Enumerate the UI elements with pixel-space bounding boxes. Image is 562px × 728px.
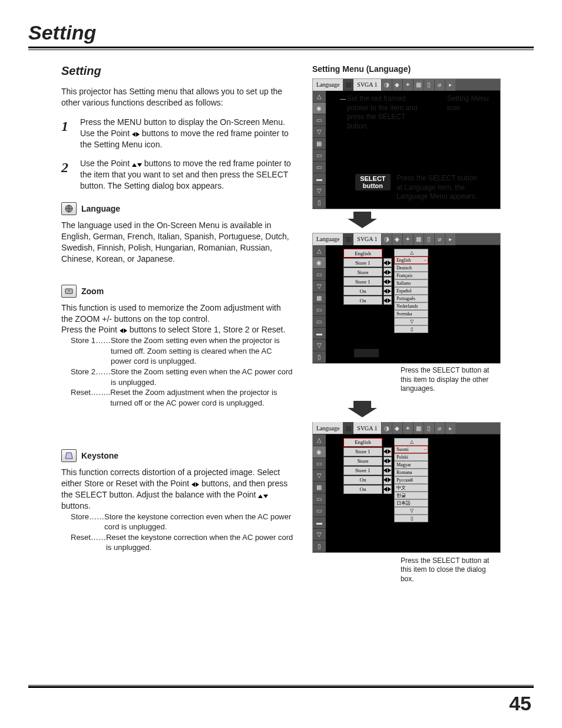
item-store: Store [343, 457, 382, 466]
keystone-icon [61, 449, 77, 462]
zoom-definitions: Store 1……Store the Zoom setting even whe… [61, 335, 295, 408]
menu-topbar-icons: ◑◆✦▦▯⌀▸ [381, 422, 455, 434]
step-2-text: Use the Point buttons to move the red fr… [80, 158, 295, 192]
side-icon-up: △ [313, 91, 326, 103]
side-icon: ▦ [313, 138, 326, 150]
language-popup-2: △ Suomi← Polski Magyar Romana Русский 中文… [394, 438, 428, 522]
callout-line [340, 99, 346, 100]
menu-topbar-icons: ◑◆✦▦▯⌀▸ [381, 79, 455, 91]
setting-items-3: English Store 1 Store Store 1 On On [343, 438, 392, 495]
annot-press-select-language: Press the SELECT button at Language item… [396, 174, 485, 202]
bottom-rule-thin [28, 685, 534, 686]
item-lr-arrows [384, 485, 392, 494]
lang-popup-down: ▽ [394, 318, 428, 325]
svg-text:+: + [68, 289, 70, 293]
item-on2: On [343, 296, 382, 305]
annot-set-pointer: Set the red framed pointer to the item a… [347, 94, 422, 131]
feature-zoom: + Zoom This function is used to memorize… [61, 285, 295, 409]
language-label: Language [81, 204, 120, 213]
svg-marker-4 [348, 212, 377, 228]
dark-area-1: Set the red framed pointer to the item a… [326, 91, 500, 209]
point-ud-icon [132, 163, 142, 167]
point-lr-icon [132, 132, 140, 137]
menu-panel-3: Language ▧ SVGA 1 ◑◆✦▦▯⌀▸ △◉▭▽▦▭▭▬▽▯ Eng… [312, 422, 501, 553]
keystone-definitions: Store……Store the keystone correction eve… [61, 512, 295, 553]
lang-polski: Polski [394, 453, 428, 461]
top-rule-thin [28, 50, 534, 50]
lang-popup-up: △ [394, 438, 428, 446]
svg-marker-5 [348, 401, 377, 417]
panel-3: Language ▧ SVGA 1 ◑◆✦▦▯⌀▸ △◉▭▽▦▭▭▬▽▯ Eng… [312, 422, 534, 553]
menu-gap-icon: ▧ [343, 79, 353, 91]
annot-other-languages: Press the SELECT button at this item to … [401, 366, 495, 394]
lang-japanese: 日本語 [394, 499, 428, 507]
topbar-icon: ✦ [402, 79, 413, 91]
right-col-title: Setting Menu (Language) [312, 64, 534, 74]
item-store: Store [343, 268, 382, 276]
lang-italiano: Italiano [394, 279, 428, 287]
side-icon: ▭ [313, 162, 326, 173]
select-button-graphic: SELECTbutton [355, 174, 391, 190]
topbar-icon: ◆ [392, 79, 402, 91]
step-1-text: Press the MENU button to display the On-… [80, 117, 295, 150]
side-icon-exit: ▯ [313, 197, 326, 209]
big-arrow-down-1 [348, 212, 377, 228]
side-icon: ▬ [313, 173, 326, 185]
side-icon: ▭ [313, 150, 326, 162]
language-popup-1: △ English← Deutsch Français Italiano Esp… [394, 249, 428, 333]
lang-popup-exit: ▯ [394, 325, 428, 333]
feature-keystone: Keystone This function corrects distorti… [61, 449, 295, 553]
item-store1b: Store 1 [343, 277, 382, 286]
menu-panel-1: Language ▧ SVGA 1 ◑◆✦▦▯⌀▸ △ ◉ ▭ ▽ [312, 78, 501, 209]
item-store1: Store 1 [343, 258, 382, 267]
side-icons-2: △◉▭▽▦▭▭▬▽▯ [313, 245, 326, 363]
step-2-number: 2 [61, 158, 73, 192]
topbar-icon: ◑ [381, 79, 392, 91]
zoom-body: This function is used to memorize the Zo… [61, 302, 295, 336]
lang-popup-up: △ [394, 249, 428, 256]
lang-espanol: Español [394, 287, 428, 295]
feature-language: Language The language used in the On-Scr… [61, 202, 295, 265]
step-1: 1 Press the MENU button to display the O… [61, 117, 295, 150]
menu-topbar-2: Language ▧ SVGA 1 ◑◆✦▦▯⌀▸ [313, 233, 500, 245]
lang-nederlands: Nederlands [394, 302, 428, 310]
lang-popup-down: ▽ [394, 507, 428, 515]
item-store1b einstein: Store 1 [343, 466, 382, 475]
item-on: On [343, 476, 382, 485]
item-english: English [343, 249, 382, 258]
point-ud-icon-2 [258, 495, 268, 498]
zoom-label: Zoom [81, 286, 104, 296]
side-icon-language: ◉ [313, 103, 326, 114]
language-icon [61, 202, 77, 215]
item-lr-arrows [384, 258, 392, 267]
lang-english: English← [394, 256, 428, 264]
lang-romana: Romana [394, 469, 428, 476]
right-column: Setting Menu (Language) Language ▧ SVGA … [312, 64, 534, 591]
lang-chinese: 中文 [394, 484, 428, 492]
lang-portugues: Português [394, 295, 428, 302]
dark-area-3: English Store 1 Store Store 1 On On △ Su… [326, 434, 500, 552]
dark-area-2: English Store 1 Store Store 1 On On △ En… [326, 245, 500, 363]
topbar-icon: ▯ [424, 79, 434, 91]
point-lr-icon-2 [120, 328, 127, 333]
item-lr-arrows [384, 476, 392, 485]
setting-items: English Store 1 Store Store 1 On On [343, 249, 392, 305]
panel-2: Language ▧ SVGA 1 ◑◆✦▦▯⌀▸ △◉▭▽▦▭▭▬▽▯ Eng… [312, 233, 534, 364]
side-icon-zoom: ▭ [313, 114, 326, 126]
item-on2: On [343, 485, 382, 494]
lang-russian: Русский [394, 476, 428, 484]
side-icons-3: △◉▭▽▦▭▭▬▽▯ [313, 434, 326, 552]
menu-svga: SVGA 1 [353, 422, 381, 434]
section-title: Setting [61, 64, 295, 78]
intro-text: This projector has Setting menu that all… [61, 86, 295, 108]
step-1-number: 1 [61, 117, 73, 150]
page-title: Setting [28, 21, 534, 44]
topbar-icon: ▸ [445, 79, 455, 91]
lang-svenska: Svenska [394, 310, 428, 318]
item-lr-arrows [384, 277, 392, 286]
panel-1: Language ▧ SVGA 1 ◑◆✦▦▯⌀▸ △ ◉ ▭ ▽ [312, 78, 534, 228]
item-store1: Store 1 [343, 447, 382, 456]
page-number: 45 [509, 692, 531, 715]
annot-close-dialog: Press the SELECT button at this item to … [401, 556, 495, 584]
side-icons-1: △ ◉ ▭ ▽ ▦ ▭ ▭ ▬ ▽ ▯ [313, 91, 326, 209]
